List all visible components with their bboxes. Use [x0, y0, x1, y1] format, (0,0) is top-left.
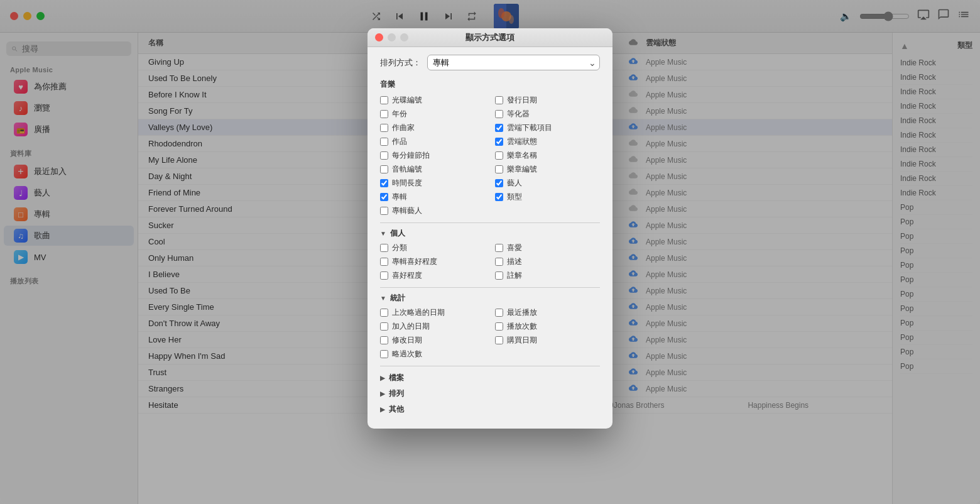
checkbox-add_date[interactable]: [380, 322, 388, 331]
collapsible-sort[interactable]: ▶ 排列: [380, 387, 600, 400]
checkbox-label: 描述: [507, 256, 522, 267]
checkbox-comment[interactable]: [495, 271, 503, 280]
checkbox-label: 作品: [392, 136, 407, 147]
checkbox-album_artist[interactable]: [380, 207, 388, 215]
checkbox-label: 雲端狀態: [507, 136, 537, 147]
checkbox-item[interactable]: 時間長度: [380, 178, 485, 189]
collapsible-header[interactable]: ▶ 其他: [380, 403, 600, 416]
checkbox-item[interactable]: 每分鐘節拍: [380, 150, 485, 161]
checkbox-mod_date[interactable]: [380, 336, 388, 344]
checkbox-chapter_no[interactable]: [495, 165, 503, 173]
checkbox-label: 註解: [507, 270, 522, 281]
checkbox-label: 加入的日期: [392, 321, 430, 332]
checkbox-item[interactable]: 上次略過的日期: [380, 307, 485, 318]
checkbox-work[interactable]: [380, 138, 388, 146]
checkbox-rating[interactable]: [380, 271, 388, 280]
checkbox-duration[interactable]: [380, 179, 388, 187]
collapse-arrow: ▶: [380, 390, 385, 397]
checkbox-item[interactable]: 年份: [380, 109, 485, 119]
checkbox-year[interactable]: [380, 110, 388, 118]
stats-triangle: ▼: [380, 295, 386, 302]
checkbox-item[interactable]: 雲端下載項目: [495, 123, 600, 133]
collapsible-other[interactable]: ▶ 其他: [380, 403, 600, 416]
checkbox-label: 類型: [507, 192, 522, 202]
stats-checkbox-grid: 上次略過的日期最近播放加入的日期播放次數修改日期購買日期略過次數: [380, 307, 600, 359]
checkbox-equalizer[interactable]: [495, 110, 503, 118]
checkbox-item[interactable]: 作曲家: [380, 123, 485, 133]
checkbox-item[interactable]: 分類: [380, 243, 485, 253]
modal-min-button: [388, 33, 396, 41]
sort-select-wrapper[interactable]: 專輯藝人名稱類型時間長度 ⌄: [427, 55, 600, 70]
checkbox-desc[interactable]: [495, 258, 503, 266]
checkbox-item[interactable]: 註解: [495, 270, 600, 281]
checkbox-label: 等化器: [507, 109, 530, 119]
checkbox-item[interactable]: 專輯: [380, 192, 485, 202]
collapse-arrow: ▶: [380, 375, 385, 381]
stats-section-title: 統計: [390, 293, 405, 304]
sort-label: 排列方式：: [380, 57, 421, 68]
checkbox-item[interactable]: 光碟編號: [380, 95, 485, 106]
checkbox-item[interactable]: 等化器: [495, 109, 600, 119]
checkbox-item[interactable]: 音軌編號: [380, 164, 485, 175]
checkbox-item[interactable]: 喜愛: [495, 243, 600, 253]
checkbox-chapter_name[interactable]: [495, 151, 503, 160]
checkbox-item[interactable]: 作品: [380, 136, 485, 147]
checkbox-label: 購買日期: [507, 335, 537, 346]
checkbox-track_no[interactable]: [380, 165, 388, 173]
checkbox-item[interactable]: 描述: [495, 256, 600, 267]
checkbox-composer[interactable]: [380, 124, 388, 132]
checkbox-item[interactable]: 修改日期: [380, 335, 485, 346]
checkbox-item[interactable]: 專輯喜好程度: [380, 256, 485, 267]
checkbox-label: 專輯藝人: [392, 205, 422, 216]
checkbox-item[interactable]: 樂章編號: [495, 164, 600, 175]
modal-overlay: 顯示方式選項 排列方式： 專輯藝人名稱類型時間長度 ⌄ 音樂 光碟編號發行日期年…: [0, 0, 980, 504]
checkbox-item[interactable]: 類型: [495, 192, 600, 202]
checkbox-artist_ch[interactable]: [495, 179, 503, 187]
checkbox-skip_date[interactable]: [380, 309, 388, 317]
checkbox-category[interactable]: [380, 244, 388, 252]
checkbox-genre_ch[interactable]: [495, 193, 503, 201]
collapsible-header[interactable]: ▶ 檔案: [380, 371, 600, 385]
checkbox-item[interactable]: 購買日期: [495, 335, 600, 346]
collapsibles-container: ▶ 檔案 ▶ 排列 ▶ 其他: [380, 371, 600, 416]
checkbox-item[interactable]: 略過次數: [380, 349, 485, 359]
checkbox-item[interactable]: 樂章名稱: [495, 150, 600, 161]
modal-max-button: [400, 33, 408, 41]
checkbox-love[interactable]: [495, 244, 503, 252]
checkbox-album_ch[interactable]: [380, 193, 388, 201]
checkbox-cloud_dl[interactable]: [495, 124, 503, 132]
checkbox-bpm[interactable]: [380, 151, 388, 160]
checkbox-cloud_status[interactable]: [495, 138, 503, 146]
checkbox-label: 每分鐘節拍: [392, 150, 430, 161]
collapsible-label: 其他: [389, 404, 404, 415]
checkbox-item[interactable]: 最近播放: [495, 307, 600, 318]
checkbox-item[interactable]: 播放次數: [495, 321, 600, 332]
checkbox-label: 修改日期: [392, 335, 422, 346]
collapsible-file[interactable]: ▶ 檔案: [380, 371, 600, 385]
display-options-modal: 顯示方式選項 排列方式： 專輯藝人名稱類型時間長度 ⌄ 音樂 光碟編號發行日期年…: [368, 28, 612, 429]
checkbox-release[interactable]: [495, 96, 503, 104]
collapsible-header[interactable]: ▶ 排列: [380, 387, 600, 400]
checkbox-item[interactable]: 專輯藝人: [380, 205, 485, 216]
checkbox-label: 專輯: [392, 192, 407, 202]
sort-select[interactable]: 專輯藝人名稱類型時間長度: [427, 55, 600, 70]
checkbox-item[interactable]: 喜好程度: [380, 270, 485, 281]
checkbox-last_play[interactable]: [495, 309, 503, 317]
collapse-arrow: ▶: [380, 406, 385, 413]
checkbox-label: 樂章編號: [507, 164, 537, 175]
divider-stats: [380, 287, 600, 288]
music-checkbox-grid: 光碟編號發行日期年份等化器作曲家雲端下載項目作品雲端狀態每分鐘節拍樂章名稱音軌編…: [380, 95, 600, 216]
personal-triangle: ▼: [380, 230, 386, 237]
checkbox-label: 喜好程度: [392, 270, 422, 281]
divider-collapsibles: [380, 366, 600, 366]
checkbox-buy_date[interactable]: [495, 336, 503, 344]
checkbox-skip_count[interactable]: [380, 350, 388, 358]
checkbox-play_count[interactable]: [495, 322, 503, 331]
checkbox-album_rating[interactable]: [380, 258, 388, 266]
checkbox-item[interactable]: 雲端狀態: [495, 136, 600, 147]
modal-close-button[interactable]: [375, 33, 383, 41]
checkbox-item[interactable]: 發行日期: [495, 95, 600, 106]
checkbox-item[interactable]: 藝人: [495, 178, 600, 189]
checkbox-item[interactable]: 加入的日期: [380, 321, 485, 332]
checkbox-disc[interactable]: [380, 96, 388, 104]
